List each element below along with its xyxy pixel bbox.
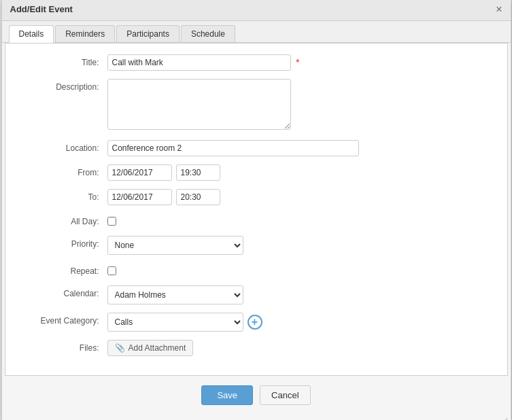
priority-row: Priority: None Low Medium High [19, 236, 494, 255]
tab-details[interactable]: Details [9, 25, 54, 43]
from-datetime-wrapper [107, 164, 494, 181]
event-category-label: Event Category: [19, 313, 107, 326]
add-category-button[interactable]: + [248, 315, 262, 330]
title-label: Title: [19, 54, 107, 67]
category-select[interactable]: Calls Meeting Personal [107, 313, 243, 332]
event-category-field-wrapper: Calls Meeting Personal + [107, 313, 494, 332]
paperclip-icon: 📎 [115, 343, 125, 353]
repeat-field-wrapper [107, 263, 494, 277]
calendar-row: Calendar: Adam Holmes Shared [19, 285, 494, 304]
add-edit-event-dialog: Add/Edit Event × Details Reminders Parti… [1, 0, 511, 420]
from-label: From: [19, 164, 107, 177]
to-time-input[interactable] [176, 189, 220, 205]
dialog-body: Title: * Description: Location: From: [5, 43, 508, 376]
event-category-row: Event Category: Calls Meeting Personal + [19, 313, 494, 332]
tabs-bar: Details Reminders Participants Schedule [2, 21, 511, 43]
title-input[interactable] [107, 54, 291, 71]
close-button[interactable]: × [496, 4, 502, 15]
add-attachment-button[interactable]: 📎 Add Attachment [107, 340, 194, 356]
priority-label: Priority: [19, 236, 107, 249]
tab-schedule[interactable]: Schedule [181, 25, 235, 42]
repeat-label: Repeat: [19, 263, 107, 276]
dialog-footer: Save Cancel [2, 376, 511, 412]
all-day-row: All Day: [19, 213, 494, 228]
plus-icon: + [252, 317, 258, 328]
tab-participants[interactable]: Participants [116, 25, 180, 42]
all-day-field-wrapper [107, 213, 494, 228]
calendar-field-wrapper: Adam Holmes Shared [107, 285, 494, 304]
description-label: Description: [19, 79, 107, 92]
priority-select[interactable]: None Low Medium High [107, 236, 243, 255]
description-row: Description: [19, 79, 494, 132]
to-row: To: [19, 189, 494, 205]
to-date-input[interactable] [107, 189, 172, 205]
location-row: Location: [19, 140, 494, 156]
to-label: To: [19, 189, 107, 202]
files-row: Files: 📎 Add Attachment [19, 340, 494, 356]
all-day-checkbox[interactable] [107, 217, 116, 226]
from-date-input[interactable] [107, 164, 172, 181]
location-label: Location: [19, 140, 107, 153]
from-row: From: [19, 164, 494, 181]
dialog-header: Add/Edit Event × [2, 0, 511, 21]
description-textarea[interactable] [107, 79, 291, 130]
required-star: * [296, 57, 299, 67]
files-field-wrapper: 📎 Add Attachment [107, 340, 494, 356]
title-field-wrapper: * [107, 54, 494, 71]
save-button[interactable]: Save [201, 385, 253, 405]
title-row: Title: * [19, 54, 494, 71]
cancel-button[interactable]: Cancel [260, 385, 310, 405]
location-field-wrapper [107, 140, 494, 156]
location-input[interactable] [107, 140, 359, 156]
resize-handle[interactable]: ⌟ [2, 412, 511, 421]
files-label: Files: [19, 340, 107, 353]
dialog-title: Add/Edit Event [10, 4, 73, 14]
from-time-input[interactable] [176, 164, 220, 181]
description-field-wrapper [107, 79, 494, 132]
repeat-row: Repeat: [19, 263, 494, 277]
calendar-label: Calendar: [19, 285, 107, 298]
repeat-checkbox[interactable] [107, 266, 116, 275]
priority-field-wrapper: None Low Medium High [107, 236, 494, 255]
all-day-label: All Day: [19, 213, 107, 226]
to-datetime-wrapper [107, 189, 494, 205]
calendar-select[interactable]: Adam Holmes Shared [107, 285, 243, 304]
tab-reminders[interactable]: Reminders [55, 25, 115, 42]
